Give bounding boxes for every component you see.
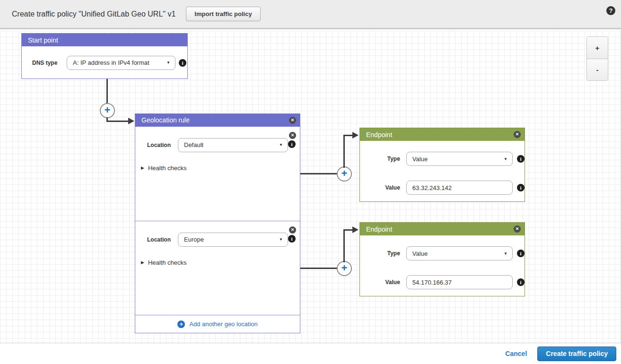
endpoint-value-input[interactable] <box>406 275 513 289</box>
connector-ep2-horizontal <box>300 268 337 269</box>
health-checks-label: Health checks <box>148 165 187 172</box>
connector-start-vertical <box>106 79 108 104</box>
chevron-down-icon: ▼ <box>166 61 170 65</box>
geo-location-section-europe: ✕ i Location Europe ▼ ▶ Health checks <box>135 221 300 315</box>
plus-circle-icon: + <box>177 321 185 328</box>
zoom-controls: + - <box>586 36 608 81</box>
connector-ep2-vertical <box>343 229 345 262</box>
endpoint-title: Endpoint <box>366 131 392 139</box>
help-icon[interactable]: ? <box>606 6 615 15</box>
add-geo-location-label: Add another geo location <box>189 321 258 328</box>
endpoint-type-label: Type <box>374 250 400 257</box>
dns-type-row: DNS type A: IP address in IPv4 format ▼ … <box>22 46 187 79</box>
chevron-down-icon: ▼ <box>279 237 283 242</box>
import-traffic-policy-button[interactable]: Import traffic policy <box>186 7 260 21</box>
chevron-down-icon: ▼ <box>279 143 283 147</box>
connector-add-endpoint-button[interactable]: + <box>337 261 352 276</box>
geo-section-info-icon[interactable]: i <box>288 140 296 148</box>
endpoint-value-label: Value <box>374 184 400 191</box>
traffic-policy-editor: Create traffic policy "Unified GitLab Ge… <box>0 0 621 364</box>
location-row: Location Europe ▼ <box>135 233 300 247</box>
collapsed-caret-icon: ▶ <box>141 260 144 265</box>
start-point-header: Start point <box>22 34 187 46</box>
endpoint-value-info-icon[interactable]: i <box>517 278 525 286</box>
endpoint-value-input[interactable] <box>406 181 513 195</box>
arrow-into-endpoint2-icon <box>352 226 359 233</box>
endpoint-title: Endpoint <box>366 225 392 233</box>
location-label: Location <box>147 142 173 148</box>
connector-ep2-corner <box>343 229 353 231</box>
health-checks-toggle[interactable]: ▶ Health checks <box>141 165 300 172</box>
chevron-down-icon: ▼ <box>504 157 507 161</box>
zoom-out-button[interactable]: - <box>587 59 608 80</box>
endpoint-node-2: Endpoint ✕ Type Value ▼ i Value i <box>359 222 525 296</box>
top-bar: Create traffic policy "Unified GitLab Ge… <box>0 0 621 29</box>
connector-ep1-corner <box>343 135 353 136</box>
connector-ep1-horizontal <box>300 173 337 174</box>
connector-start-horizontal <box>106 121 129 122</box>
endpoint-type-label: Type <box>374 156 400 162</box>
endpoint-node-1: Endpoint ✕ Type Value ▼ i Value i <box>359 128 525 202</box>
start-point-node: Start point DNS type A: IP address in IP… <box>21 33 188 79</box>
connector-add-endpoint-button[interactable]: + <box>337 166 352 182</box>
footer-bar: Cancel Create traffic policy <box>0 343 621 364</box>
health-checks-label: Health checks <box>148 259 187 266</box>
geo-section-info-icon[interactable]: i <box>288 235 296 243</box>
location-value: Europe <box>184 236 276 243</box>
location-row: Location Default ▼ <box>135 138 300 152</box>
endpoint-value-info-icon[interactable]: i <box>517 184 525 191</box>
page-title: Create traffic policy "Unified GitLab Ge… <box>12 10 175 18</box>
arrow-into-geolocation-icon <box>128 118 134 124</box>
connector-add-rule-button[interactable]: + <box>100 103 115 118</box>
endpoint-header: Endpoint ✕ <box>360 128 525 141</box>
add-geo-location-link[interactable]: + Add another geo location <box>135 315 300 333</box>
endpoint-type-row: Type Value ▼ i <box>360 246 525 260</box>
geolocation-rule-node: Geolocation rule ✕ ✕ i Location Default … <box>135 113 300 333</box>
endpoint-type-info-icon[interactable]: i <box>517 250 525 257</box>
cancel-button[interactable]: Cancel <box>505 350 527 357</box>
endpoint-type-info-icon[interactable]: i <box>517 155 525 163</box>
geolocation-rule-close-icon[interactable]: ✕ <box>289 117 296 124</box>
zoom-in-button[interactable]: + <box>587 37 608 59</box>
location-label: Location <box>147 236 173 243</box>
endpoint-type-dropdown[interactable]: Value ▼ <box>406 152 513 166</box>
geolocation-rule-header: Geolocation rule ✕ <box>135 114 300 127</box>
dns-type-info-icon[interactable]: i <box>179 59 186 67</box>
arrow-into-endpoint1-icon <box>352 132 359 139</box>
endpoint-type-value: Value <box>412 250 501 257</box>
dns-type-value: A: IP address in IPv4 format <box>73 59 164 66</box>
connector-ep1-vertical <box>343 135 345 168</box>
location-value: Default <box>184 141 276 148</box>
endpoint-value-row: Value i <box>360 275 525 289</box>
endpoint-value-row: Value i <box>360 181 525 195</box>
endpoint-type-value: Value <box>412 156 501 163</box>
dns-type-dropdown[interactable]: A: IP address in IPv4 format ▼ <box>67 56 175 70</box>
endpoint-type-row: Type Value ▼ i <box>360 152 525 166</box>
location-dropdown[interactable]: Europe ▼ <box>178 233 288 247</box>
endpoint-header: Endpoint ✕ <box>360 223 525 235</box>
location-dropdown[interactable]: Default ▼ <box>178 138 288 152</box>
endpoint-close-icon[interactable]: ✕ <box>514 225 521 233</box>
geo-location-section-default: ✕ i Location Default ▼ ▶ Health checks <box>135 127 300 221</box>
health-checks-toggle[interactable]: ▶ Health checks <box>141 259 300 266</box>
endpoint-type-dropdown[interactable]: Value ▼ <box>406 246 513 260</box>
chevron-down-icon: ▼ <box>504 251 507 256</box>
dns-type-label: DNS type <box>32 60 60 66</box>
create-traffic-policy-button[interactable]: Create traffic policy <box>537 347 616 361</box>
geo-section-close-icon[interactable]: ✕ <box>289 226 296 234</box>
policy-canvas: + - Start point DNS type A: IP address i… <box>0 31 621 343</box>
collapsed-caret-icon: ▶ <box>141 165 144 170</box>
geo-section-close-icon[interactable]: ✕ <box>289 132 296 139</box>
endpoint-value-label: Value <box>374 279 400 286</box>
geolocation-rule-title: Geolocation rule <box>141 116 190 124</box>
endpoint-close-icon[interactable]: ✕ <box>514 131 521 138</box>
